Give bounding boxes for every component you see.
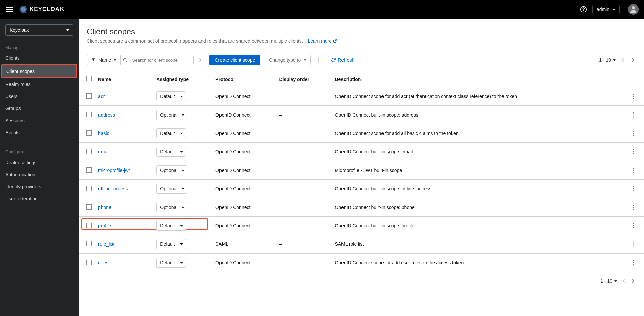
- svg-point-31: [633, 188, 634, 189]
- protocol-cell: OpenID Connect: [213, 254, 276, 272]
- sidebar-item-clients[interactable]: Clients: [0, 52, 79, 64]
- select-all-checkbox[interactable]: [86, 76, 92, 81]
- protocol-cell: OpenID Connect: [213, 124, 276, 143]
- row-kebab-menu[interactable]: [630, 185, 641, 193]
- assigned-type-select[interactable]: Optional: [156, 202, 187, 212]
- username: admin: [597, 7, 609, 12]
- row-checkbox[interactable]: [86, 186, 92, 191]
- header-right: admin: [580, 4, 639, 15]
- assigned-type-select[interactable]: Optional: [156, 110, 187, 120]
- refresh-button[interactable]: Refresh: [331, 57, 354, 63]
- assigned-type-select[interactable]: Optional: [156, 165, 187, 175]
- scope-name-link[interactable]: profile: [98, 223, 111, 228]
- scope-name-link[interactable]: acr: [98, 94, 105, 99]
- row-kebab-menu[interactable]: [630, 222, 641, 230]
- caret-down-icon: [180, 151, 183, 153]
- page-header: Client scopes Client scopes are a common…: [79, 19, 644, 49]
- table-row: email Default OpenID Connect – OpenID Co…: [79, 143, 644, 161]
- row-kebab-menu[interactable]: [630, 259, 641, 267]
- row-checkbox[interactable]: [86, 167, 92, 173]
- caret-down-icon: [182, 114, 184, 116]
- arrow-right-icon: [197, 58, 202, 62]
- sidebar-item-events[interactable]: Events: [0, 127, 79, 139]
- assigned-type-select[interactable]: Default: [156, 258, 186, 268]
- sidebar-item-sessions[interactable]: Sessions: [0, 115, 79, 127]
- logo[interactable]: KEYCLOAK: [19, 5, 64, 14]
- help-icon[interactable]: [580, 6, 587, 13]
- kebab-icon: [318, 57, 319, 63]
- sidebar-item-user-federation[interactable]: User federation: [0, 193, 79, 205]
- row-checkbox[interactable]: [86, 149, 92, 154]
- change-type-dropdown[interactable]: Change type to: [265, 55, 311, 65]
- row-checkbox[interactable]: [86, 204, 92, 210]
- row-checkbox[interactable]: [86, 223, 92, 228]
- row-kebab-menu[interactable]: [630, 240, 641, 248]
- row-kebab-menu[interactable]: [630, 92, 641, 100]
- page-next-button[interactable]: [630, 56, 636, 64]
- page-prev-button[interactable]: [620, 56, 626, 64]
- sidebar-item-realm-settings[interactable]: Realm settings: [0, 156, 79, 169]
- order-cell: –: [276, 161, 332, 180]
- page-next-button-bottom[interactable]: [630, 277, 636, 285]
- scope-name-link[interactable]: basic: [98, 131, 109, 136]
- scope-name-link[interactable]: microprofile-jwt: [98, 168, 130, 173]
- assigned-type-select[interactable]: Default: [156, 147, 186, 157]
- description-cell: OpenID Connect scope for add user roles …: [332, 254, 627, 272]
- sidebar-item-client-scopes[interactable]: Client scopes: [1, 64, 77, 78]
- sidebar-item-identity-providers[interactable]: Identity providers: [0, 181, 79, 193]
- page-info-dropdown[interactable]: 1 - 10: [599, 57, 616, 63]
- scope-name-link[interactable]: email: [98, 149, 109, 154]
- learn-more-link[interactable]: Learn more: [308, 38, 337, 44]
- hamburger-menu-button[interactable]: [5, 5, 13, 13]
- sidebar-item-authentication[interactable]: Authentication: [0, 169, 79, 181]
- assigned-type-select[interactable]: Default: [156, 91, 186, 101]
- filter-dropdown[interactable]: Name: [87, 55, 121, 65]
- user-dropdown[interactable]: admin: [592, 5, 620, 14]
- assigned-type-select[interactable]: Default: [156, 221, 186, 231]
- sidebar-item-realm-roles[interactable]: Realm roles: [0, 78, 79, 90]
- order-cell: –: [276, 143, 332, 161]
- scope-name-link[interactable]: address: [98, 112, 115, 118]
- row-checkbox[interactable]: [86, 130, 92, 136]
- type-value: Default: [160, 94, 175, 99]
- page-info-dropdown-bottom[interactable]: 1 - 10: [600, 278, 617, 284]
- svg-point-33: [633, 205, 634, 206]
- scope-name-link[interactable]: offline_access: [98, 186, 128, 191]
- scope-name-link[interactable]: roles: [98, 260, 108, 265]
- row-kebab-menu[interactable]: [630, 129, 641, 137]
- realm-dropdown[interactable]: Keycloak: [5, 24, 73, 36]
- page-prev-button-bottom[interactable]: [620, 277, 627, 285]
- sidebar-item-users[interactable]: Users: [0, 90, 79, 102]
- svg-point-38: [633, 227, 634, 228]
- type-value: Optional: [160, 186, 177, 191]
- row-kebab-menu[interactable]: [630, 111, 641, 119]
- row-checkbox[interactable]: [86, 241, 92, 246]
- svg-point-15: [633, 94, 634, 95]
- kebab-icon: [633, 186, 634, 191]
- row-checkbox[interactable]: [86, 93, 92, 99]
- kebab-icon: [633, 241, 634, 247]
- order-cell: –: [276, 198, 332, 217]
- sidebar-item-groups[interactable]: Groups: [0, 102, 79, 115]
- logo-text: KEYCLOAK: [30, 6, 64, 13]
- hamburger-icon: [6, 6, 13, 13]
- svg-point-17: [633, 98, 634, 99]
- row-kebab-menu[interactable]: [630, 166, 641, 174]
- assigned-type-select[interactable]: Optional: [156, 184, 187, 194]
- toolbar-kebab-menu[interactable]: [315, 55, 323, 65]
- table-row: roles Default OpenID Connect – OpenID Co…: [79, 254, 644, 272]
- assigned-type-select[interactable]: Default: [156, 239, 186, 249]
- scope-name-link[interactable]: role_list: [98, 241, 114, 247]
- row-checkbox[interactable]: [86, 260, 92, 265]
- assigned-type-select[interactable]: Default: [156, 128, 186, 138]
- row-kebab-menu[interactable]: [630, 203, 641, 211]
- scope-name-link[interactable]: phone: [98, 205, 111, 210]
- row-kebab-menu[interactable]: [630, 148, 641, 156]
- avatar[interactable]: [628, 4, 639, 15]
- search-input[interactable]: [129, 56, 193, 65]
- svg-point-28: [633, 170, 634, 171]
- kebab-icon: [633, 168, 634, 173]
- search-go-button[interactable]: [193, 56, 205, 64]
- row-checkbox[interactable]: [86, 112, 92, 117]
- create-client-scope-button[interactable]: Create client scope: [209, 55, 260, 65]
